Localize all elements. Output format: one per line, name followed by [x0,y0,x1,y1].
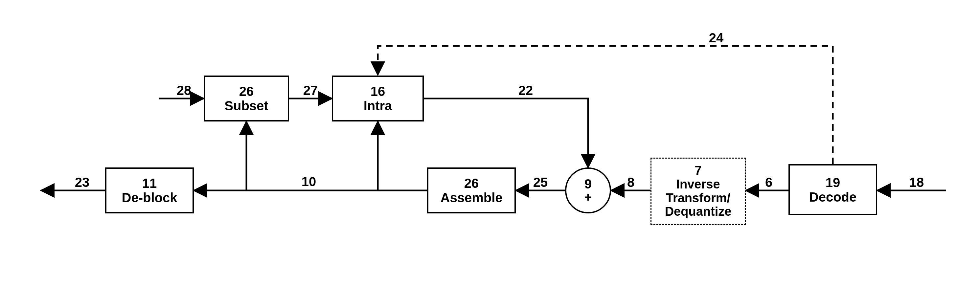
invtrans-block: 7 Inverse Transform/ Dequantize [651,158,746,225]
adder-circle: 9 + [565,168,611,214]
wire-22-label: 22 [519,83,533,98]
wire-28-label: 28 [177,83,191,98]
deblock-name: De-block [122,190,177,205]
wire-23-label: 23 [75,175,90,190]
wire-10-label: 10 [302,174,317,189]
adder-sym: + [584,190,592,204]
decode-block: 19 Decode [789,164,877,215]
subset-num: 26 [239,84,254,98]
intra-name: Intra [364,98,392,113]
wire-25-label: 25 [533,175,548,190]
wire-8-label: 8 [627,175,635,190]
decode-name: Decode [809,190,857,204]
subset-block: 26 Subset [204,76,289,122]
decode-num: 19 [826,175,840,190]
subset-name: Subset [224,98,268,113]
intra-block: 16 Intra [332,76,424,122]
invtrans-name3: Dequantize [665,205,732,218]
assemble-block: 26 Assemble [427,168,516,214]
intra-num: 16 [371,84,385,98]
assemble-num: 26 [464,176,479,190]
deblock-block: 11 De-block [105,168,194,214]
wire-27-label: 27 [303,83,318,98]
adder-num: 9 [584,177,592,190]
wire-6-label: 6 [765,175,772,190]
wire-18-label: 18 [909,175,924,190]
invtrans-name2: Transform/ [666,192,730,205]
deblock-num: 11 [142,176,157,190]
invtrans-name1: Inverse [676,177,720,192]
assemble-name: Assemble [441,190,503,205]
wire-24-label: 24 [709,30,724,45]
invtrans-num: 7 [695,164,702,177]
